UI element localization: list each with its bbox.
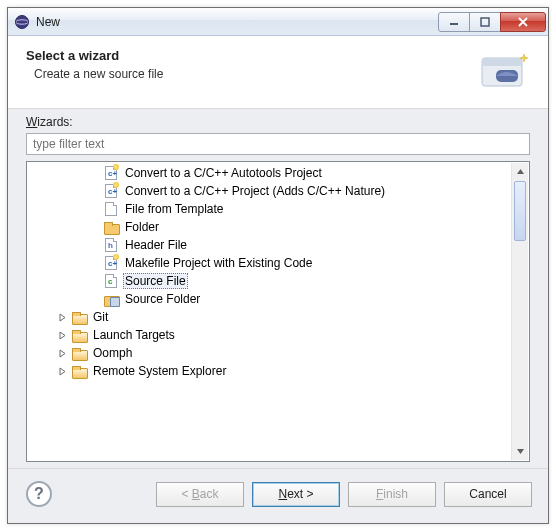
expand-icon[interactable] xyxy=(55,364,69,378)
page-title: Select a wizard xyxy=(26,48,476,63)
folder-open-icon xyxy=(71,345,87,361)
folder-open-icon xyxy=(71,327,87,343)
expand-icon[interactable] xyxy=(55,310,69,324)
tree-item[interactable]: c+Convert to a C/C++ Autotools Project xyxy=(27,164,529,182)
expand-icon[interactable] xyxy=(55,346,69,360)
page-subtitle: Create a new source file xyxy=(26,67,476,81)
tree-item-label: Header File xyxy=(123,238,189,252)
wizard-banner-icon xyxy=(476,48,532,96)
tree-item-label: Makefile Project with Existing Code xyxy=(123,256,314,270)
tree-item[interactable]: cSource File xyxy=(27,272,529,290)
tree-item-label: Oomph xyxy=(91,346,134,360)
tree-item[interactable]: Folder xyxy=(27,218,529,236)
minimize-button[interactable] xyxy=(438,12,470,32)
expand-icon xyxy=(87,238,101,252)
tree-item[interactable]: Launch Targets xyxy=(27,326,529,344)
tree-item-label: Convert to a C/C++ Project (Adds C/C++ N… xyxy=(123,184,387,198)
tree-item-label: Source File xyxy=(123,273,188,289)
finish-button[interactable]: Finish xyxy=(348,482,436,507)
cpp-file-star-icon: c+ xyxy=(103,183,119,199)
cpp-file-star-icon: c+ xyxy=(103,255,119,271)
expand-icon xyxy=(87,202,101,216)
vertical-scrollbar[interactable] xyxy=(511,163,528,460)
svg-rect-3 xyxy=(450,23,458,25)
tree-item[interactable]: Source Folder xyxy=(27,290,529,308)
filter-input[interactable] xyxy=(26,133,530,155)
tree-item-label: Convert to a C/C++ Autotools Project xyxy=(123,166,324,180)
expand-icon xyxy=(87,166,101,180)
tree-item[interactable]: hHeader File xyxy=(27,236,529,254)
tree-item-label: Git xyxy=(91,310,110,324)
tree-item-label: Source Folder xyxy=(123,292,202,306)
button-bar: ? < Back Next > Finish Cancel xyxy=(8,469,548,523)
tree-item[interactable]: c+Convert to a C/C++ Project (Adds C/C++… xyxy=(27,182,529,200)
src-folder-icon xyxy=(103,291,119,307)
tree-item-label: Launch Targets xyxy=(91,328,177,342)
scroll-down-button[interactable] xyxy=(512,443,528,460)
expand-icon xyxy=(87,274,101,288)
next-button[interactable]: Next > xyxy=(252,482,340,507)
dialog-window: New Select a wizard Create a new source … xyxy=(7,7,549,524)
svg-rect-4 xyxy=(481,18,489,26)
folder-icon xyxy=(103,219,119,235)
c-file-icon: c xyxy=(103,273,119,289)
close-button[interactable] xyxy=(500,12,546,32)
tree-item-label: Folder xyxy=(123,220,161,234)
tree-item[interactable]: Remote System Explorer xyxy=(27,362,529,380)
tree-item-label: Remote System Explorer xyxy=(91,364,228,378)
expand-icon xyxy=(87,292,101,306)
tree-item[interactable]: File from Template xyxy=(27,200,529,218)
folder-open-icon xyxy=(71,363,87,379)
maximize-button[interactable] xyxy=(469,12,501,32)
expand-icon[interactable] xyxy=(55,328,69,342)
header-banner: Select a wizard Create a new source file xyxy=(8,36,548,109)
wizard-tree[interactable]: c+Convert to a C/C++ Autotools Projectc+… xyxy=(26,161,530,462)
eclipse-icon xyxy=(14,14,30,30)
expand-icon xyxy=(87,256,101,270)
folder-open-icon xyxy=(71,309,87,325)
help-icon: ? xyxy=(34,485,44,503)
file-icon xyxy=(103,201,119,217)
back-button[interactable]: < Back xyxy=(156,482,244,507)
tree-item[interactable]: Git xyxy=(27,308,529,326)
tree-item[interactable]: c+Makefile Project with Existing Code xyxy=(27,254,529,272)
window-title: New xyxy=(36,15,439,29)
scroll-thumb[interactable] xyxy=(514,181,526,241)
title-bar[interactable]: New xyxy=(8,8,548,36)
expand-icon xyxy=(87,220,101,234)
cancel-button[interactable]: Cancel xyxy=(444,482,532,507)
scroll-up-button[interactable] xyxy=(512,163,528,180)
expand-icon xyxy=(87,184,101,198)
help-button[interactable]: ? xyxy=(26,481,52,507)
cpp-file-star-icon: c+ xyxy=(103,165,119,181)
h-file-icon: h xyxy=(103,237,119,253)
tree-item-label: File from Template xyxy=(123,202,225,216)
wizards-label: Wizards: xyxy=(26,115,530,129)
svg-rect-6 xyxy=(482,58,522,66)
tree-item[interactable]: Oomph xyxy=(27,344,529,362)
